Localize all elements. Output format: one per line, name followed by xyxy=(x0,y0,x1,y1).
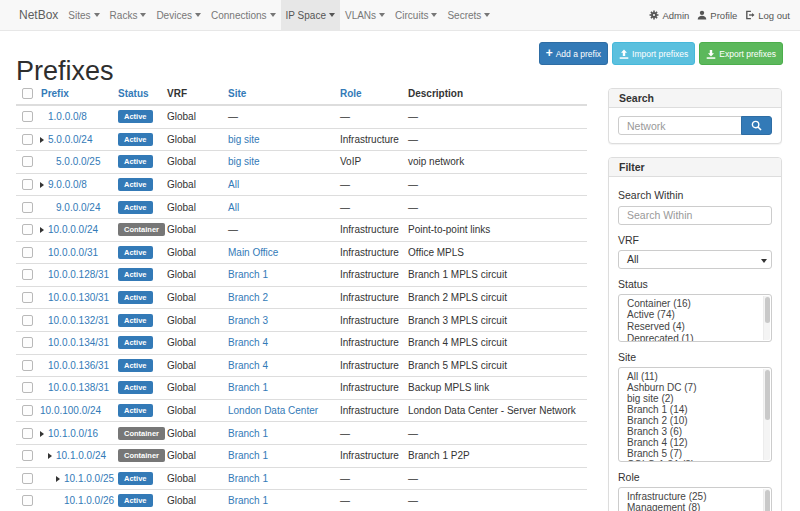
prefix-link[interactable]: 10.0.100.0/24 xyxy=(40,405,101,416)
import-prefixes-button[interactable]: Import prefixes xyxy=(612,42,695,65)
add-prefix-button[interactable]: + Add a prefix xyxy=(539,42,608,65)
site-link[interactable]: Branch 3 xyxy=(228,315,268,326)
search-within-input[interactable] xyxy=(618,206,772,225)
scrollbar-thumb[interactable] xyxy=(765,297,770,323)
listbox-option[interactable]: Infrastructure (25) xyxy=(627,491,761,503)
listbox-option[interactable]: Deprecated (1) xyxy=(627,333,761,342)
nav-item-ip-space[interactable]: IP Space xyxy=(281,0,340,30)
site-link[interactable]: Main Office xyxy=(228,247,278,258)
scrollbar-track[interactable] xyxy=(763,296,770,340)
row-checkbox[interactable] xyxy=(22,473,33,484)
row-checkbox[interactable] xyxy=(22,292,33,303)
site-link[interactable]: Branch 1 xyxy=(228,269,268,280)
listbox-option[interactable]: Branch 5 (7) xyxy=(627,448,761,459)
site-link[interactable]: All xyxy=(228,202,239,213)
row-checkbox[interactable] xyxy=(22,315,33,326)
site-link[interactable]: Branch 1 xyxy=(228,382,268,393)
row-checkbox[interactable] xyxy=(22,269,33,280)
prefix-link[interactable]: 10.0.0.0/31 xyxy=(48,247,98,258)
site-link[interactable]: London Data Center xyxy=(228,405,318,416)
row-checkbox[interactable] xyxy=(22,224,33,235)
row-checkbox[interactable] xyxy=(22,179,33,190)
logout-menu[interactable]: Log out xyxy=(741,0,794,30)
scrollbar-track[interactable] xyxy=(763,489,770,511)
scrollbar-track[interactable] xyxy=(763,369,770,460)
prefix-link[interactable]: 10.1.0.0/25 xyxy=(64,473,114,484)
listbox-option[interactable]: Ashburn DC (7) xyxy=(627,382,761,393)
site-link[interactable]: Branch 1 xyxy=(228,428,268,439)
listbox-option[interactable]: COLO-1-3A (3) xyxy=(627,459,761,462)
listbox-option[interactable]: Branch 1 (14) xyxy=(627,404,761,415)
row-checkbox[interactable] xyxy=(22,382,33,393)
role-listbox[interactable]: Infrastructure (25)Management (8)Private… xyxy=(618,487,772,511)
column-header-role[interactable]: Role xyxy=(335,85,403,105)
column-header-prefix[interactable]: Prefix xyxy=(36,85,113,105)
site-link[interactable]: Branch 1 xyxy=(228,450,268,461)
listbox-option[interactable]: Branch 2 (10) xyxy=(627,415,761,426)
nav-item-circuits[interactable]: Circuits xyxy=(390,0,442,30)
nav-item-devices[interactable]: Devices xyxy=(151,0,206,30)
prefix-link[interactable]: 1.0.0.0/8 xyxy=(48,111,87,122)
site-link[interactable]: Branch 4 xyxy=(228,360,268,371)
row-checkbox[interactable] xyxy=(22,428,33,439)
site-link[interactable]: big site xyxy=(228,156,260,167)
listbox-option[interactable]: Branch 3 (6) xyxy=(627,426,761,437)
row-checkbox[interactable] xyxy=(22,405,33,416)
scrollbar-thumb[interactable] xyxy=(765,490,770,511)
prefix-link[interactable]: 10.0.0.138/31 xyxy=(48,382,109,393)
row-checkbox[interactable] xyxy=(22,360,33,371)
listbox-option[interactable]: big site (2) xyxy=(627,393,761,404)
prefix-link[interactable]: 5.0.0.0/24 xyxy=(48,134,92,145)
listbox-option[interactable]: Reserved (4) xyxy=(627,321,761,333)
prefix-link[interactable]: 10.0.0.128/31 xyxy=(48,269,109,280)
nav-item-racks[interactable]: Racks xyxy=(105,0,152,30)
search-button[interactable] xyxy=(741,116,772,135)
nav-item-secrets[interactable]: Secrets xyxy=(442,0,495,30)
prefix-link[interactable]: 10.1.0.0/16 xyxy=(48,428,98,439)
status-listbox[interactable]: Container (16)Active (74)Reserved (4)Dep… xyxy=(618,294,772,342)
vrf-select[interactable]: All xyxy=(618,250,772,269)
site-listbox[interactable]: All (11)Ashburn DC (7)big site (2)Branch… xyxy=(618,367,772,462)
site-link[interactable]: Branch 4 xyxy=(228,337,268,348)
prefix-link[interactable]: 10.0.0.0/24 xyxy=(48,224,98,235)
site-link[interactable]: Branch 2 xyxy=(228,292,268,303)
brand[interactable]: NetBox xyxy=(0,0,63,30)
prefix-link[interactable]: 5.0.0.0/25 xyxy=(56,156,100,167)
row-checkbox[interactable] xyxy=(22,337,33,348)
row-checkbox[interactable] xyxy=(22,202,33,213)
nav-item-vlans[interactable]: VLANs xyxy=(340,0,390,30)
row-checkbox[interactable] xyxy=(22,247,33,258)
row-checkbox[interactable] xyxy=(22,134,33,145)
row-checkbox[interactable] xyxy=(22,156,33,167)
scrollbar-thumb[interactable] xyxy=(765,370,770,420)
row-checkbox[interactable] xyxy=(22,450,33,461)
prefix-link[interactable]: 10.1.0.0/26 xyxy=(64,495,114,506)
listbox-option[interactable]: Active (74) xyxy=(627,309,761,321)
search-input[interactable] xyxy=(618,116,742,135)
row-checkbox[interactable] xyxy=(22,111,33,122)
prefix-link[interactable]: 10.0.0.132/31 xyxy=(48,315,109,326)
column-header-status[interactable]: Status xyxy=(113,85,162,105)
column-header-site[interactable]: Site xyxy=(223,85,335,105)
select-all-checkbox[interactable] xyxy=(22,88,33,99)
export-prefixes-button[interactable]: Export prefixes xyxy=(699,42,783,65)
nav-item-connections[interactable]: Connections xyxy=(206,0,281,30)
prefix-link[interactable]: 10.1.0.0/24 xyxy=(56,450,106,461)
listbox-option[interactable]: Branch 4 (12) xyxy=(627,437,761,448)
admin-menu[interactable]: Admin xyxy=(645,0,693,30)
nav-item-sites[interactable]: Sites xyxy=(63,0,104,30)
prefix-link[interactable]: 10.0.0.134/31 xyxy=(48,337,109,348)
listbox-option[interactable]: Container (16) xyxy=(627,298,761,310)
site-link[interactable]: All xyxy=(228,179,239,190)
row-checkbox[interactable] xyxy=(22,495,33,506)
prefix-link[interactable]: 9.0.0.0/24 xyxy=(56,202,100,213)
prefix-link[interactable]: 9.0.0.0/8 xyxy=(48,179,87,190)
site-link[interactable]: Branch 1 xyxy=(228,473,268,484)
prefix-link[interactable]: 10.0.0.136/31 xyxy=(48,360,109,371)
prefix-link[interactable]: 10.0.0.130/31 xyxy=(48,292,109,303)
site-link[interactable]: big site xyxy=(228,134,260,145)
site-link[interactable]: Branch 1 xyxy=(228,495,268,506)
listbox-option[interactable]: All (11) xyxy=(627,371,761,382)
profile-menu[interactable]: Profile xyxy=(693,0,741,30)
listbox-option[interactable]: Management (8) xyxy=(627,502,761,511)
